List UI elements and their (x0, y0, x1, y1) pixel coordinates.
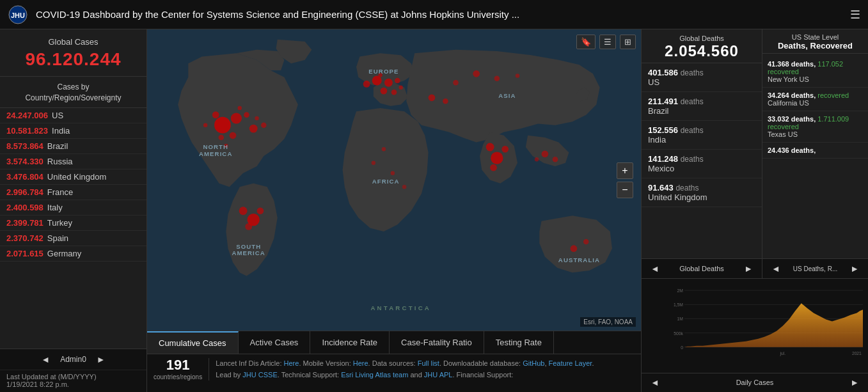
svg-point-36 (443, 98, 448, 104)
tab-cumulative[interactable]: Cumulative Cases (147, 331, 239, 354)
us-state-nav-next-button[interactable]: ► (846, 262, 863, 275)
svg-point-18 (245, 223, 252, 230)
death-value: 401.586 (648, 68, 678, 77)
link-full-list[interactable]: Full list (418, 359, 439, 367)
link-jhu-csse[interactable]: JHU CSSE (242, 371, 277, 379)
zoom-in-button[interactable]: + (617, 162, 633, 179)
main-layout: Global Cases 96.120.244 Cases byCountry/… (0, 29, 868, 392)
death-value: 152.556 (648, 125, 678, 135)
tab-active[interactable]: Active Cases (239, 331, 311, 354)
link-jhu-apl[interactable]: JHU APL (424, 371, 453, 379)
deaths-nav-next-button[interactable]: ► (740, 262, 757, 275)
tab-testing[interactable]: Testing Rate (484, 331, 554, 354)
bottom-links: Lancet Inf Dis Article: Here. Mobile Ver… (216, 358, 635, 380)
us-state-nav-prev-button[interactable]: ◄ (768, 262, 784, 275)
link-github[interactable]: GitHub (523, 359, 544, 367)
country-name: US (52, 111, 63, 120)
svg-point-10 (261, 122, 267, 128)
svg-point-32 (486, 143, 494, 152)
svg-point-38 (391, 171, 395, 175)
svg-point-35 (429, 94, 436, 101)
chart-nav: ◄ Daily Cases ► (642, 373, 868, 392)
header: JHU COVID-19 Dashboard by the Center for… (0, 0, 868, 29)
country-list-item[interactable]: 2.400.598Italy (0, 200, 146, 216)
svg-point-3 (214, 117, 231, 134)
global-deaths-column: Global Deaths 2.054.560 401.586 deathsUS… (642, 29, 762, 278)
svg-point-20 (384, 79, 393, 87)
chart-area: 2M 1,5M 1M 500k 0 jul. (642, 279, 868, 392)
svg-point-39 (382, 147, 386, 151)
link-feature-layer[interactable]: Feature Layer (549, 359, 592, 367)
world-map: NORTH AMERICA SOUTH AMERICA EUROPE AFRIC… (147, 29, 641, 331)
bottom-info-tech: . Technical Support: (278, 371, 341, 379)
country-list-item[interactable]: 2.071.615Germany (0, 246, 146, 262)
country-value: 10.581.823 (6, 126, 48, 136)
us-state-nav: ◄ US Deaths, R... ► (762, 258, 868, 278)
death-list-item: 152.556 deathsIndia (642, 121, 762, 150)
svg-point-4 (231, 113, 242, 123)
country-value: 24.247.006 (6, 111, 48, 120)
esri-credit: Esri, FAO, NOAA (580, 317, 636, 327)
country-list-item[interactable]: 8.573.864Brazil (0, 139, 146, 154)
svg-text:2M: 2M (677, 288, 684, 293)
cases-by-label: Cases byCountry/Region/Sovereignty (0, 77, 146, 108)
chart-nav-next-button[interactable]: ► (846, 376, 863, 389)
us-state-name: Texas US (768, 130, 798, 138)
sidebar-nav-prev-button[interactable]: ◄ (37, 353, 54, 366)
svg-text:ANTARCTICA: ANTARCTICA (370, 304, 431, 311)
country-list-item[interactable]: 10.581.823India (0, 123, 146, 139)
deaths-nav-prev-button[interactable]: ◄ (647, 262, 663, 275)
country-list-item[interactable]: 3.476.804United Kingdom (0, 169, 146, 185)
bottom-info-text4: . Downloadable database: (439, 359, 523, 367)
death-country: Brazil (648, 106, 669, 116)
svg-point-8 (244, 112, 249, 118)
death-list-item: 211.491 deathsBrazil (642, 92, 762, 121)
link-here2[interactable]: Here (353, 359, 368, 367)
svg-text:1,5M: 1,5M (674, 302, 683, 307)
death-label: deaths (681, 126, 704, 135)
svg-point-23 (395, 78, 400, 84)
country-list-item[interactable]: 3.574.330Russia (0, 154, 146, 169)
list-view-button[interactable]: ☰ (599, 35, 616, 49)
chart-svg: 2M 1,5M 1M 500k 0 jul. (647, 284, 863, 373)
country-list-item[interactable]: 2.370.742Spain (0, 231, 146, 246)
svg-text:1M: 1M (677, 317, 684, 321)
death-label: deaths (681, 68, 704, 77)
link-here1[interactable]: Here (284, 359, 299, 367)
global-deaths-label: Global Deaths (648, 35, 755, 42)
svg-point-40 (402, 185, 406, 189)
global-cases-value: 96.120.244 (6, 49, 140, 70)
right-top: Global Deaths 2.054.560 401.586 deathsUS… (642, 29, 868, 279)
country-value: 2.399.781 (6, 218, 43, 228)
bottom-info-text5: . (592, 359, 594, 367)
country-list-item[interactable]: 2.399.781Turkey (0, 216, 146, 231)
svg-point-30 (516, 74, 519, 77)
death-list-item: 141.248 deathsMexico (642, 150, 762, 178)
country-list-item[interactable]: 24.247.006US (0, 108, 146, 123)
chart-container: 2M 1,5M 1M 500k 0 jul. (642, 279, 868, 373)
bottom-info-lead: Lead by (216, 371, 242, 379)
death-list-item: 91.643 deathsUnited Kingdom (642, 178, 762, 207)
death-label: deaths (681, 97, 704, 106)
svg-point-37 (372, 161, 375, 164)
countries-count-box: 191 countries/regions (154, 358, 209, 380)
death-country: Mexico (648, 164, 674, 173)
bookmark-button[interactable]: 🔖 (576, 35, 596, 49)
chart-nav-prev-button[interactable]: ◄ (647, 376, 663, 389)
us-state-item: 33.032 deaths, 1.711.009 recoveredTexas … (762, 111, 868, 143)
map-area[interactable]: NORTH AMERICA SOUTH AMERICA EUROPE AFRIC… (147, 29, 641, 331)
menu-icon[interactable]: ☰ (850, 8, 860, 22)
tab-incidence[interactable]: Incidence Rate (310, 331, 390, 354)
sidebar-nav-next-button[interactable]: ► (93, 353, 109, 366)
countries-count-value: 191 (166, 358, 190, 372)
svg-point-24 (391, 90, 397, 95)
country-list-item[interactable]: 2.996.784France (0, 185, 146, 200)
bottom-info-text3: . Data sources: (368, 359, 418, 367)
center-panel: NORTH AMERICA SOUTH AMERICA EUROPE AFRIC… (147, 29, 641, 392)
grid-view-button[interactable]: ⊞ (620, 35, 636, 49)
us-state-deaths: 34.264 deaths, (768, 91, 816, 99)
link-esri[interactable]: Esri Living Atlas team (341, 371, 408, 379)
header-title: COVID-19 Dashboard by the Center for Sys… (36, 9, 850, 20)
zoom-out-button[interactable]: − (617, 182, 633, 198)
tab-casefatality[interactable]: Case-Fatality Ratio (390, 331, 484, 354)
